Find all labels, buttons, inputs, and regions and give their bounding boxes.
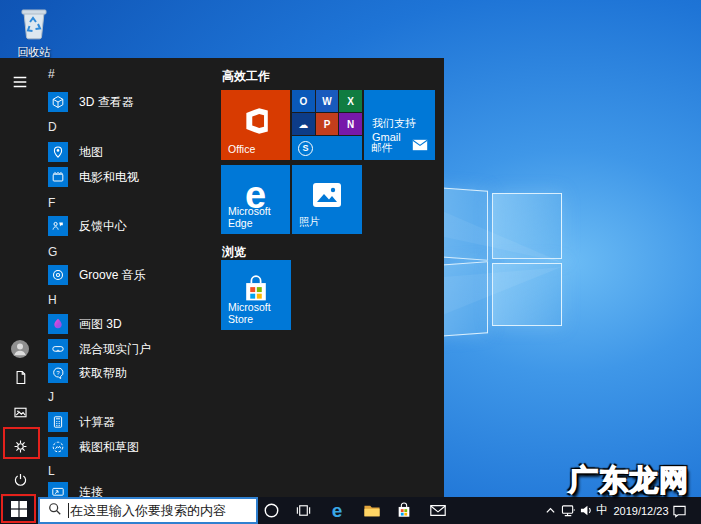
- app-list-letter-header[interactable]: F: [48, 195, 55, 211]
- app-list-item-label: 画图 3D: [79, 316, 122, 333]
- mail-envelope-icon: [412, 137, 428, 155]
- tile-label: 照片: [299, 215, 320, 229]
- small-tile-outlook[interactable]: O: [292, 90, 315, 112]
- mail-app-icon[interactable]: [423, 497, 453, 524]
- start-menu-panel: #3D 查看器D地图电影和电视F反馈中心GGroove 音乐H画图 3D混合现实…: [0, 58, 444, 497]
- app-list-item-mixed-reality[interactable]: 混合现实门户: [48, 337, 212, 361]
- cortana-icon[interactable]: [256, 497, 286, 524]
- file-explorer-icon[interactable]: [357, 497, 387, 524]
- app-list-item-maps[interactable]: 地图: [48, 140, 212, 164]
- app-list-item-label: 计算器: [79, 414, 115, 431]
- tile-office-group[interactable]: OWX☁PNS: [292, 90, 362, 160]
- action-center-icon[interactable]: [666, 497, 692, 524]
- app-list-letter-header[interactable]: J: [48, 389, 54, 405]
- app-list-item-label: 3D 查看器: [79, 94, 134, 111]
- tray-network-icon[interactable]: [558, 497, 578, 524]
- taskbar: e 中 2019/12/23: [0, 497, 701, 524]
- svg-text:?: ?: [56, 370, 60, 376]
- app-list-item-label: 地图: [79, 144, 103, 161]
- watermark-text: 广东龙网: [569, 461, 689, 501]
- tile-photos[interactable]: 照片: [292, 165, 362, 234]
- tile-label: Microsoft Store: [228, 301, 291, 325]
- tile-mail[interactable]: 我们支持 Gmail 邮件: [364, 90, 435, 160]
- windows-logo-icon: [11, 501, 27, 521]
- app-list-letter-header[interactable]: G: [48, 244, 57, 260]
- tile-label: Microsoft Edge: [228, 205, 290, 229]
- office-small-tiles: OWX☁PN: [292, 90, 362, 135]
- recycle-bin-icon: [17, 26, 51, 43]
- edge-browser-icon[interactable]: e: [322, 497, 352, 524]
- tile-edge[interactable]: eMicrosoft Edge: [221, 165, 290, 234]
- windows-logo-pane: [492, 193, 562, 259]
- app-list-item-label: 连接: [79, 484, 103, 498]
- maps-icon: [48, 142, 68, 162]
- app-list-item-snip-sketch[interactable]: 截图和草图: [48, 435, 212, 459]
- hamburger-menu-icon[interactable]: [10, 72, 30, 92]
- start-menu-tiles: 高效工作 OfficeOWX☁PNS我们支持 Gmail 邮件eMicrosof…: [218, 58, 444, 497]
- task-view-icon[interactable]: [288, 497, 318, 524]
- app-list-item-label: Groove 音乐: [79, 267, 146, 284]
- get-help-icon: ?: [48, 363, 68, 383]
- start-menu-rail: [0, 58, 40, 497]
- mixed-reality-icon: [48, 339, 68, 359]
- app-list-item-calculator[interactable]: 计算器: [48, 410, 212, 434]
- small-tile-word[interactable]: W: [316, 90, 339, 112]
- power-icon[interactable]: [10, 469, 30, 489]
- recycle-bin-shortcut[interactable]: 回收站: [8, 4, 60, 60]
- movies-tv-icon: [48, 167, 68, 187]
- microsoft-store-icon[interactable]: [389, 497, 419, 524]
- app-list-item-paint-3d[interactable]: 画图 3D: [48, 312, 212, 336]
- search-input[interactable]: [70, 503, 256, 518]
- connect-icon: [48, 482, 68, 497]
- app-list-item-label: 电影和电视: [79, 169, 139, 186]
- text-caret: [68, 503, 69, 518]
- tile-label: 邮件: [371, 141, 392, 155]
- taskbar-search-box[interactable]: [38, 497, 258, 524]
- calculator-icon: [48, 412, 68, 432]
- search-icon: [48, 502, 62, 520]
- feedback-hub-icon: [48, 216, 68, 236]
- app-list-letter-header[interactable]: D: [48, 119, 57, 135]
- 3d-viewer-icon: [48, 92, 68, 112]
- snip-sketch-icon: [48, 437, 68, 457]
- small-tile-excel[interactable]: X: [339, 90, 362, 112]
- tile-store[interactable]: Microsoft Store: [221, 260, 291, 330]
- tile-office[interactable]: Office: [221, 90, 290, 160]
- app-list-item-connect[interactable]: 连接: [48, 480, 212, 497]
- user-avatar-icon[interactable]: [10, 339, 30, 359]
- settings-gear-icon[interactable]: [10, 436, 30, 456]
- tile-group-header[interactable]: 高效工作: [222, 68, 270, 85]
- skype-icon: S: [298, 141, 313, 156]
- windows-logo-pane: [492, 263, 562, 326]
- app-list-letter-header[interactable]: H: [48, 292, 57, 308]
- pictures-icon[interactable]: [10, 402, 30, 422]
- start-menu-app-list: #3D 查看器D地图电影和电视F反馈中心GGroove 音乐H画图 3D混合现实…: [40, 58, 218, 497]
- small-tile-powerpoint[interactable]: P: [316, 113, 339, 135]
- app-list-item-label: 获取帮助: [79, 365, 127, 382]
- paint-3d-icon: [48, 314, 68, 334]
- app-list-letter-header[interactable]: L: [48, 463, 55, 479]
- tile-group-header[interactable]: 浏览: [222, 244, 246, 261]
- groove-music-icon: [48, 265, 68, 285]
- app-list-item-label: 混合现实门户: [79, 341, 151, 358]
- windows-desktop: 回收站 #3D 查看器D地图电影和电视F反馈中心GGroove 音乐H画图: [0, 0, 701, 524]
- app-list-item-groove-music[interactable]: Groove 音乐: [48, 263, 212, 287]
- small-tile-skype[interactable]: S: [292, 136, 362, 160]
- app-list-item-label: 截图和草图: [79, 439, 139, 456]
- app-list-letter-header[interactable]: #: [48, 66, 55, 82]
- documents-icon[interactable]: [10, 367, 30, 387]
- small-tile-onedrive[interactable]: ☁: [292, 113, 315, 135]
- small-tile-onenote[interactable]: N: [339, 113, 362, 135]
- app-list-item-get-help[interactable]: ?获取帮助: [48, 361, 212, 385]
- tray-chevron-up-icon[interactable]: [540, 497, 560, 524]
- app-list-item-movies-tv[interactable]: 电影和电视: [48, 165, 212, 189]
- app-list-item-3d-viewer[interactable]: 3D 查看器: [48, 90, 212, 114]
- app-list-item-feedback-hub[interactable]: 反馈中心: [48, 214, 212, 238]
- tray-ime-indicator[interactable]: 中: [593, 497, 611, 524]
- tile-label: Office: [228, 143, 255, 155]
- start-button[interactable]: [6, 500, 32, 521]
- app-list-item-label: 反馈中心: [79, 218, 127, 235]
- tray-clock-date[interactable]: 2019/12/23: [612, 505, 670, 517]
